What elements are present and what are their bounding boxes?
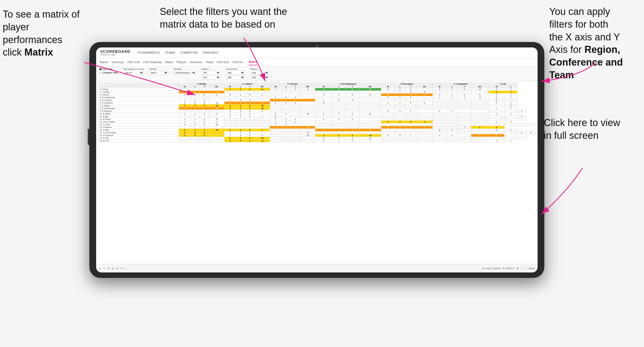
matrix-cell	[270, 110, 281, 113]
radio-full-view[interactable]: Full View	[99, 68, 118, 70]
matrix-cell: 0	[236, 99, 245, 102]
tablet-side-button	[88, 129, 89, 145]
sub-nav-teams[interactable]: Teams	[99, 59, 108, 65]
max-players-select[interactable]: Top 25	[123, 71, 144, 75]
sub-nav-matrix[interactable]: Matrix	[165, 59, 173, 65]
matrix-cell	[447, 102, 458, 104]
matrix-cell	[405, 99, 416, 102]
radio-compact-view[interactable]: Compact View	[99, 71, 118, 74]
matrix-cell: 2	[489, 126, 505, 129]
matrix-cell	[471, 91, 489, 94]
matrix-cell	[300, 104, 315, 107]
player-name-cell: 14. J Lundin	[99, 123, 179, 126]
matrix-cell	[381, 91, 395, 94]
sub-nav-matrix2[interactable]: Matrix	[249, 59, 257, 65]
nav-rankings[interactable]: RANKINGS	[203, 51, 218, 54]
sub-nav-summary[interactable]: Summary	[111, 59, 124, 65]
toolbar-watch[interactable]: 👁 Watch ▾	[502, 267, 514, 270]
division-select[interactable]: NCAA Division I	[174, 71, 196, 75]
matrix-cell	[236, 126, 245, 129]
matrix-cell	[416, 113, 432, 115]
matrix-cell	[381, 99, 395, 102]
matrix-cell	[471, 140, 489, 142]
nav-teams[interactable]: TEAMS	[165, 51, 175, 54]
matrix-cell	[270, 91, 281, 94]
matrix-cell: 0	[346, 99, 359, 102]
toolbar-add[interactable]: ⊕	[112, 267, 114, 270]
toolbar-remove[interactable]: ⊖	[116, 267, 118, 270]
toolbar-reset[interactable]: ⊘	[108, 267, 110, 270]
player-name-cell: 20. M Ford	[99, 140, 179, 142]
matrix-cell: 1	[332, 137, 346, 140]
sub-nav-h2h-heatmap[interactable]: H2H Heatmap	[143, 59, 162, 65]
toolbar-undo[interactable]: ↩	[99, 267, 101, 270]
nav-committee[interactable]: COMMITTEE	[180, 51, 198, 54]
sub-nav-h2h-grid[interactable]: H2H Grid	[127, 59, 140, 65]
sub-nav-h2h-grid2[interactable]: H2H Grid	[217, 59, 229, 65]
toolbar-grid[interactable]: ≡+	[121, 267, 123, 270]
sub-nav-detail[interactable]: Detail	[206, 59, 213, 65]
matrix-cell: 0	[281, 121, 291, 123]
players-select-2[interactable]: (All)	[250, 75, 269, 79]
toolbar-fullscreen[interactable]: ⛶	[521, 267, 523, 270]
matrix-cell: 1	[489, 94, 505, 96]
matrix-cell	[458, 115, 471, 118]
matrix-cell	[505, 115, 517, 118]
matrix-cell	[255, 113, 270, 115]
matrix-cell	[291, 134, 300, 137]
gender-select[interactable]: Men's	[149, 71, 168, 75]
toolbar-settings[interactable]: ○	[126, 267, 127, 270]
matrix-cell	[291, 94, 300, 96]
matrix-cell	[433, 137, 447, 140]
matrix-container[interactable]: 1. W Ding 2. L Clanton 3. J Koivun 4. M …	[98, 82, 535, 142]
matrix-cell: -1	[416, 121, 432, 123]
matrix-cell: 0	[346, 134, 359, 137]
player-name-cell: 4. M Thorbjornsen	[99, 96, 179, 99]
nav-tournaments[interactable]: TOURNAMENTS	[137, 51, 160, 54]
matrix-cell: 1	[224, 99, 236, 102]
conference-select-1[interactable]: (All)	[226, 71, 245, 75]
matrix-cell	[300, 94, 315, 96]
sh-l3: L	[281, 85, 291, 88]
matrix-cell	[200, 115, 209, 118]
matrix-cell: 0	[315, 102, 332, 104]
matrix-cell	[395, 131, 405, 134]
annotation-br-l2: in full screen	[544, 130, 599, 141]
toolbar-share[interactable]: ↗ Share	[525, 267, 535, 270]
conference-select-2[interactable]: (All)	[226, 75, 245, 79]
player-name-cell: 12. M Riedel	[99, 118, 179, 121]
matrix-cell: 0	[255, 134, 270, 137]
matrix-cell: 4	[395, 94, 405, 96]
matrix-cell: 0	[190, 102, 200, 104]
matrix-cell: 1	[190, 118, 200, 121]
region-select-1[interactable]: N/A	[201, 71, 220, 75]
matrix-cell: 0	[245, 88, 255, 91]
sub-nav-players[interactable]: Players	[177, 59, 187, 65]
region-select-2[interactable]: N/A	[201, 75, 220, 79]
matrix-cell	[300, 99, 315, 102]
toolbar-view-original[interactable]: 🖥 View: Original	[482, 267, 500, 270]
matrix-cell	[281, 134, 291, 137]
matrix-cell: 3	[315, 129, 332, 131]
annotation-top-center: Select the filters you want the matrix d…	[160, 5, 295, 31]
matrix-cell: 1	[236, 94, 245, 96]
toolbar-layout[interactable]: ⊞	[516, 267, 519, 270]
matrix-cell	[447, 137, 458, 140]
matrix-cell	[291, 91, 300, 94]
sub-nav-h2h-he[interactable]: H2H He...	[232, 59, 245, 65]
table-row: 14. J Lundin1101011	[99, 123, 535, 126]
matrix-cell: 1	[190, 129, 200, 131]
matrix-cell	[505, 110, 517, 113]
matrix-cell: 1	[489, 121, 505, 123]
players-select-1[interactable]: (All)	[250, 71, 269, 75]
matrix-cell	[346, 131, 359, 134]
players-label: Players	[250, 68, 269, 70]
matrix-cell	[416, 134, 432, 137]
matrix-cell: 4	[255, 129, 270, 131]
matrix-cell: 0	[346, 129, 359, 131]
sub-nav-summary2[interactable]: Summary	[190, 59, 203, 65]
toolbar-redo[interactable]: ↪	[103, 267, 105, 270]
matrix-cell	[190, 115, 200, 118]
matrix-cell: 1	[405, 134, 416, 137]
matrix-cell	[447, 104, 458, 107]
